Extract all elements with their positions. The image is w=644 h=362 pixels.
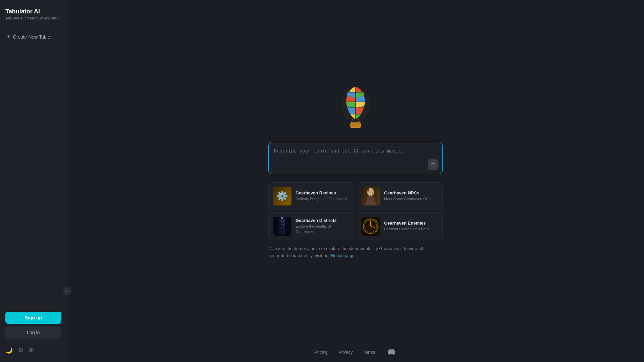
recipes-card-image: ⚙️ [273, 187, 291, 205]
sign-up-button[interactable]: Sign up [5, 312, 61, 324]
svg-point-37 [365, 220, 366, 222]
svg-point-33 [370, 218, 371, 220]
svg-rect-22 [281, 224, 282, 225]
sidebar: Tabulator AI Tabulate AI creativity in o… [0, 0, 67, 362]
enemies-card-title: Gearhaven Enemies [384, 221, 438, 226]
notion-link[interactable]: Notion page. [331, 253, 356, 258]
districts-card-title: Gearhaven Districts [296, 218, 350, 223]
districts-card-subtitle: Explore the Depths of Gearhaven [296, 224, 350, 234]
terms-link[interactable]: Terms [363, 350, 375, 355]
gear-icon[interactable]: ⚙ [18, 347, 23, 354]
svg-rect-21 [283, 220, 284, 222]
recipes-card-title: Gearhaven Recipes [296, 190, 350, 195]
discord-icon[interactable] [386, 347, 397, 357]
create-new-table-button[interactable]: + Create New Table [5, 31, 61, 43]
svg-point-39 [375, 220, 377, 222]
balloon-illustration [332, 83, 379, 131]
grid-icon[interactable]: ⊞ [29, 347, 34, 354]
recipes-card-subtitle: Culinary Delights of Gearhaven [296, 196, 350, 201]
app-title: Tabulator AI [5, 8, 61, 15]
demo-cards-grid: ⚙️ Gearhaven Recipes Culinary Delights o… [268, 182, 443, 240]
enemies-card-image [361, 217, 380, 236]
main-content: ⚙️ Gearhaven Recipes Culinary Delights o… [67, 0, 644, 362]
demo-card-recipes[interactable]: ⚙️ Gearhaven Recipes Culinary Delights o… [268, 182, 354, 210]
svg-point-36 [377, 226, 379, 227]
npcs-card-text: Gearhaven NPCs Meet Some Gearhaven Citiz… [384, 190, 438, 201]
create-new-table-label: Create New Table [13, 34, 50, 40]
sidebar-icons-row: 🌙 ⚙ ⊞ [5, 347, 61, 354]
npcs-card-image [361, 187, 380, 205]
enemies-card-subtitle: Confront Gearhaven's Foes [384, 227, 438, 232]
content-area: ⚙️ Gearhaven Recipes Culinary Delights o… [67, 0, 644, 362]
npcs-card-subtitle: Meet Some Gearhaven Citizens [384, 196, 438, 201]
footer: Pricing Privacy Terms [67, 342, 644, 362]
svg-point-40 [365, 231, 366, 232]
app-subtitle: Tabulate AI creativity in one click [5, 16, 61, 20]
enemies-card-text: Gearhaven Enemies Confront Gearhaven's F… [384, 221, 438, 232]
pricing-link[interactable]: Pricing [314, 350, 328, 355]
log-in-button[interactable]: Log in [5, 326, 61, 339]
svg-point-34 [370, 233, 371, 234]
svg-rect-10 [351, 123, 360, 127]
recipes-card-text: Gearhaven Recipes Culinary Delights of G… [296, 190, 350, 201]
districts-card-text: Gearhaven Districts Explore the Depths o… [296, 218, 350, 234]
svg-point-38 [375, 231, 377, 232]
svg-point-35 [363, 226, 364, 227]
demo-card-enemies[interactable]: Gearhaven Enemies Confront Gearhaven's F… [357, 213, 443, 240]
svg-point-26 [281, 217, 283, 219]
privacy-link[interactable]: Privacy [338, 350, 353, 355]
svg-rect-24 [281, 227, 282, 229]
demo-card-npcs[interactable]: Gearhaven NPCs Meet Some Gearhaven Citiz… [357, 182, 443, 210]
submit-button[interactable] [428, 159, 438, 170]
npcs-card-title: Gearhaven NPCs [384, 190, 438, 195]
app-logo: Tabulator AI Tabulate AI creativity in o… [5, 8, 61, 20]
moon-icon[interactable]: 🌙 [5, 347, 13, 354]
description-text: Dive into the demos above to explore the… [268, 245, 443, 259]
prompt-input[interactable] [274, 147, 437, 169]
demo-card-districts[interactable]: Gearhaven Districts Explore the Depths o… [268, 213, 354, 240]
prompt-input-container [268, 142, 443, 174]
svg-rect-23 [283, 224, 284, 225]
sidebar-bottom: Sign up Log in 🌙 ⚙ ⊞ [5, 312, 61, 354]
districts-card-image [273, 217, 291, 236]
plus-icon: + [7, 34, 10, 41]
